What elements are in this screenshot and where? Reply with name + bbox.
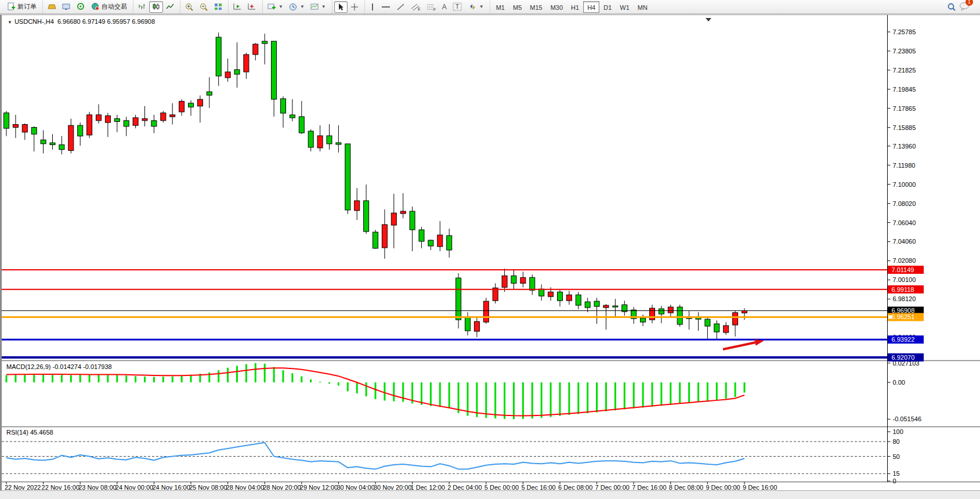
svg-text:6.99118: 6.99118: [892, 286, 914, 293]
chart-menu-icon[interactable]: ▼: [8, 20, 12, 25]
trendline-icon: [396, 3, 405, 11]
cursor-tool-button[interactable]: [334, 1, 348, 13]
chart-autoscroll-button[interactable]: [245, 1, 259, 13]
symbol-ohlc: 6.96680 6.97149 6.95957 6.96908: [57, 18, 155, 25]
svg-text:100: 100: [893, 428, 903, 435]
timeframe-w1[interactable]: W1: [616, 1, 634, 13]
search-icon: [947, 2, 956, 12]
vline-icon: [370, 3, 375, 11]
timeframe-d1[interactable]: D1: [599, 1, 616, 13]
svg-text:6 Dec 08:00: 6 Dec 08:00: [558, 484, 592, 491]
svg-text:7.02080: 7.02080: [893, 257, 916, 264]
svg-text:6.96251: 6.96251: [892, 313, 915, 320]
svg-text:F: F: [433, 8, 436, 11]
channel-tool-button[interactable]: E: [408, 1, 424, 13]
candlestick-type-button[interactable]: [149, 1, 163, 13]
svg-text:7.04060: 7.04060: [893, 238, 916, 245]
channel-icon: E: [411, 3, 421, 11]
terminal-button[interactable]: [59, 1, 74, 13]
timeframe-h1[interactable]: H1: [567, 1, 583, 13]
template-icon: [310, 3, 319, 10]
svg-text:29 Nov 12:00: 29 Nov 12:00: [300, 484, 338, 491]
fibonacci-icon: F: [426, 3, 436, 11]
line-chart-type-button[interactable]: [163, 1, 177, 13]
svg-text:25 Nov 08:00: 25 Nov 08:00: [189, 484, 227, 491]
signals-button[interactable]: [74, 1, 88, 13]
price-chart[interactable]: 7.257857.238057.218257.198457.178657.158…: [2, 15, 980, 491]
svg-text:6.92070: 6.92070: [892, 354, 915, 361]
svg-text:30 Nov 20:00: 30 Nov 20:00: [374, 484, 411, 491]
label-tool-button[interactable]: T: [450, 1, 465, 13]
text-tool-button[interactable]: A: [439, 1, 450, 13]
bar-chart-type-button[interactable]: [135, 1, 149, 13]
chevron-down-icon: ▼: [300, 4, 305, 9]
chart-shift-icon: [233, 3, 242, 10]
period-button[interactable]: ▼: [286, 1, 308, 13]
svg-text:80: 80: [893, 438, 900, 445]
svg-text:24 Nov 16:00: 24 Nov 16:00: [152, 484, 190, 491]
svg-text:22 Nov 16:00: 22 Nov 16:00: [42, 484, 79, 491]
zoom-in-icon: [185, 3, 194, 11]
arrows-tool-button[interactable]: ▼: [465, 1, 487, 13]
svg-text:8 Dec 08:00: 8 Dec 08:00: [669, 484, 703, 491]
svg-text:28 Nov 04:00: 28 Nov 04:00: [226, 484, 264, 491]
svg-text:6.98120: 6.98120: [893, 295, 916, 302]
toolbar: 新订单 自动交易 ▼ ▼ ▼: [0, 0, 980, 14]
svg-text:24 Nov 00:00: 24 Nov 00:00: [115, 484, 153, 491]
zoom-out-button[interactable]: [197, 1, 211, 13]
gold-icon: [48, 3, 56, 10]
chevron-down-icon: ▼: [279, 4, 283, 9]
timeframe-h4[interactable]: H4: [583, 1, 599, 13]
svg-text:7.10000: 7.10000: [893, 181, 916, 188]
new-chart-icon: [267, 3, 276, 10]
chevron-down-icon: ▼: [321, 4, 326, 9]
fibonacci-tool-button[interactable]: F: [424, 1, 439, 13]
svg-text:7.00100: 7.00100: [893, 276, 916, 283]
line-chart-icon: [166, 3, 174, 10]
arrows-tool-icon: [468, 3, 477, 11]
autotrading-button[interactable]: 自动交易: [88, 1, 130, 13]
zoom-in-button[interactable]: [182, 1, 197, 13]
text-tool-label: A: [442, 3, 447, 11]
trendline-tool-button[interactable]: [393, 1, 408, 13]
timeframe-m30[interactable]: M30: [547, 1, 567, 13]
template-button[interactable]: ▼: [308, 1, 329, 13]
svg-text:E: E: [418, 7, 421, 11]
svg-text:7 Dec 16:00: 7 Dec 16:00: [632, 484, 666, 491]
search-button[interactable]: [944, 1, 959, 13]
new-order-label: 新订单: [17, 2, 37, 11]
notification-badge: 1: [965, 0, 973, 6]
svg-text:7.11980: 7.11980: [893, 162, 916, 169]
candlestick-icon: [152, 3, 160, 10]
svg-text:7.17865: 7.17865: [893, 105, 916, 112]
chevron-down-icon: ▼: [479, 4, 484, 9]
tile-windows-button[interactable]: [211, 1, 225, 13]
svg-text:28 Nov 20:00: 28 Nov 20:00: [263, 484, 301, 491]
vline-tool-button[interactable]: [367, 1, 378, 13]
chart-autoscroll-icon: [248, 3, 256, 10]
metaeditor-button[interactable]: [45, 1, 59, 13]
new-order-icon: [7, 2, 16, 11]
tile-windows-icon: [214, 3, 222, 10]
svg-text:5 Dec 00:00: 5 Dec 00:00: [484, 484, 519, 491]
svg-text:7.19845: 7.19845: [893, 86, 916, 93]
svg-text:7.01149: 7.01149: [892, 266, 914, 273]
svg-text:0.00: 0.00: [893, 379, 905, 386]
chart-shift-button[interactable]: [230, 1, 245, 13]
new-chart-button[interactable]: ▼: [265, 1, 286, 13]
timeframe-m1[interactable]: M1: [492, 1, 509, 13]
timeframe-mn[interactable]: MN: [634, 1, 652, 13]
macd-label: MACD(12,26,9) -0.014274 -0.017938: [6, 363, 112, 370]
hline-tool-button[interactable]: [378, 1, 393, 13]
timeframe-m5[interactable]: M5: [509, 1, 526, 13]
crosshair-tool-button[interactable]: [348, 1, 361, 13]
symbol-title: USDCNH-,H4: [15, 18, 54, 25]
bar-chart-icon: [138, 3, 146, 10]
svg-text:7.13960: 7.13960: [893, 143, 916, 150]
svg-text:7.08020: 7.08020: [893, 200, 916, 207]
notifications-button[interactable]: 1: [959, 2, 970, 12]
svg-text:9 Dec 00:00: 9 Dec 00:00: [706, 484, 740, 491]
svg-text:-0.051546: -0.051546: [893, 415, 922, 422]
timeframe-m15[interactable]: M15: [526, 1, 546, 13]
new-order-button[interactable]: 新订单: [4, 1, 39, 13]
